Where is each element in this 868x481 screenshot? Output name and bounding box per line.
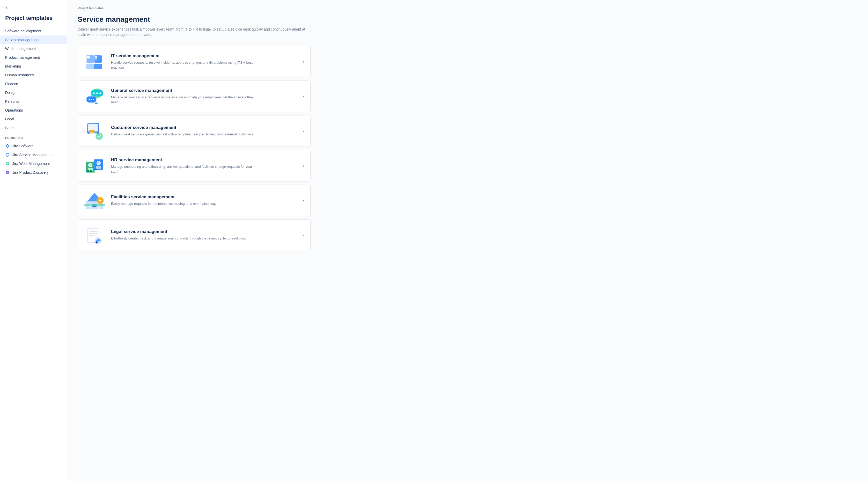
hr-service-management-description: Manage onboarding and offboarding, answe… <box>111 164 256 174</box>
it-service-management-chevron-icon: › <box>303 59 304 64</box>
facilities-service-management-description: Easily manage requests for maintenance, … <box>111 201 256 206</box>
jira-service-management-label: Jira Service Management <box>12 153 54 157</box>
svg-point-37 <box>97 161 100 164</box>
sidebar-item-personal[interactable]: Personal <box>0 97 67 106</box>
legal-service-management-description: Effortlessly create, track and manage yo… <box>111 236 256 241</box>
template-card-legal-service-management[interactable]: Legal service managementEffortlessly cre… <box>78 219 311 251</box>
sidebar-item-operations[interactable]: Operations <box>0 106 67 115</box>
template-card-it-service-management[interactable]: IT service managementHandle service requ… <box>78 46 311 78</box>
facilities-service-management-name: Facilities service management <box>111 194 296 200</box>
sidebar: × Project templates Software development… <box>0 0 67 481</box>
svg-rect-27 <box>89 132 97 133</box>
svg-rect-7 <box>86 64 94 69</box>
general-service-management-description: Manage all your service requests in one … <box>111 95 256 105</box>
svg-point-15 <box>96 92 98 94</box>
jira-work-management-label: Jira Work Management <box>12 161 50 166</box>
svg-rect-54 <box>89 235 94 236</box>
products-section-label: PRODUCTS <box>0 132 67 142</box>
legal-service-management-icon <box>84 225 105 245</box>
legal-service-management-info: Legal service managementEffortlessly cre… <box>111 229 296 241</box>
sidebar-item-service-management[interactable]: Service management <box>0 35 67 44</box>
customer-service-management-name: Customer service management <box>111 125 296 130</box>
svg-rect-52 <box>89 231 97 232</box>
page-description: Deliver great service experiences fast. … <box>78 27 311 37</box>
page-title: Service management <box>78 15 858 24</box>
sidebar-item-legal[interactable]: Legal <box>0 115 67 123</box>
sidebar-item-software-development[interactable]: Software development <box>0 27 67 35</box>
general-service-management-icon <box>84 86 105 107</box>
hr-service-management-chevron-icon: › <box>303 163 304 169</box>
sidebar-item-human-resources[interactable]: Human resources <box>0 71 67 80</box>
template-card-facilities-service-management[interactable]: Facilities service managementEasily mana… <box>78 185 311 216</box>
jira-software-label: Jira Software <box>12 144 34 148</box>
sidebar-item-work-management[interactable]: Work management <box>0 44 67 53</box>
sidebar-item-marketing[interactable]: Marketing <box>0 62 67 71</box>
it-service-management-name: IT service management <box>111 53 296 59</box>
template-card-customer-service-management[interactable]: Customer service managementDeliver great… <box>78 115 311 147</box>
hr-service-management-info: HR service managementManage onboarding a… <box>111 157 296 174</box>
jira-product-discovery-icon <box>5 170 10 175</box>
sidebar-item-sales[interactable]: Sales <box>0 123 67 132</box>
svg-rect-11 <box>95 59 97 60</box>
svg-rect-40 <box>90 170 92 173</box>
sidebar-title: Project templates <box>0 15 67 27</box>
facilities-service-management-icon <box>84 190 105 211</box>
svg-point-14 <box>93 92 95 94</box>
jira-product-discovery-label: Jira Product Discovery <box>12 170 49 175</box>
template-card-general-service-management[interactable]: General service managementManage all you… <box>78 81 311 112</box>
svg-rect-39 <box>87 170 89 173</box>
sidebar-product-jira-software[interactable]: Jira Software <box>0 142 67 150</box>
sidebar-product-jira-service-management[interactable]: Jira Service Management <box>0 150 67 159</box>
general-service-management-chevron-icon: › <box>303 94 304 99</box>
svg-point-20 <box>91 99 92 100</box>
customer-service-management-chevron-icon: › <box>303 128 304 134</box>
facilities-service-management-chevron-icon: › <box>303 198 304 203</box>
template-list: IT service managementHandle service requ… <box>78 46 311 254</box>
facilities-service-management-info: Facilities service managementEasily mana… <box>111 194 296 206</box>
jira-software-icon <box>5 144 10 148</box>
it-service-management-icon <box>84 51 105 72</box>
breadcrumb: Project templates <box>78 6 858 10</box>
svg-rect-41 <box>94 169 96 170</box>
customer-service-management-icon <box>84 121 105 141</box>
it-service-management-description: Handle service requests, resolve inciden… <box>111 60 256 70</box>
it-service-management-info: IT service managementHandle service requ… <box>111 53 296 70</box>
svg-rect-8 <box>94 64 102 69</box>
sidebar-item-design[interactable]: Design <box>0 88 67 97</box>
svg-rect-26 <box>90 130 94 132</box>
sidebar-nav: Software developmentService managementWo… <box>0 27 67 132</box>
general-service-management-name: General service management <box>111 88 296 93</box>
svg-rect-38 <box>96 166 101 169</box>
svg-rect-10 <box>95 56 97 58</box>
svg-point-32 <box>89 163 92 166</box>
svg-point-21 <box>93 99 94 100</box>
svg-rect-53 <box>89 233 97 234</box>
hr-service-management-name: HR service management <box>111 157 296 162</box>
legal-service-management-name: Legal service management <box>111 229 296 234</box>
svg-point-19 <box>89 99 90 100</box>
main-content: Project templates Service management Del… <box>67 0 868 481</box>
customer-service-management-info: Customer service managementDeliver great… <box>111 125 296 137</box>
legal-service-management-chevron-icon: › <box>303 233 304 238</box>
general-service-management-info: General service managementManage all you… <box>111 88 296 105</box>
template-card-hr-service-management[interactable]: HR service managementManage onboarding a… <box>78 150 311 181</box>
customer-service-management-description: Deliver great service experiences fast w… <box>111 132 256 137</box>
sidebar-product-jira-product-discovery[interactable]: Jira Product Discovery <box>0 168 67 177</box>
sidebar-product-jira-work-management[interactable]: Jira Work Management <box>0 159 67 168</box>
sidebar-item-product-management[interactable]: Product management <box>0 53 67 62</box>
products-list: Jira SoftwareJira Service ManagementJira… <box>0 142 67 177</box>
sidebar-item-finance[interactable]: Finance <box>0 80 67 88</box>
jira-work-management-icon <box>5 161 10 166</box>
svg-rect-9 <box>87 56 90 59</box>
svg-point-28 <box>95 132 103 140</box>
svg-point-16 <box>99 92 101 94</box>
svg-rect-47 <box>84 204 105 206</box>
hr-service-management-icon <box>84 155 105 176</box>
close-icon[interactable]: × <box>0 5 13 15</box>
jira-service-management-icon <box>5 152 10 157</box>
